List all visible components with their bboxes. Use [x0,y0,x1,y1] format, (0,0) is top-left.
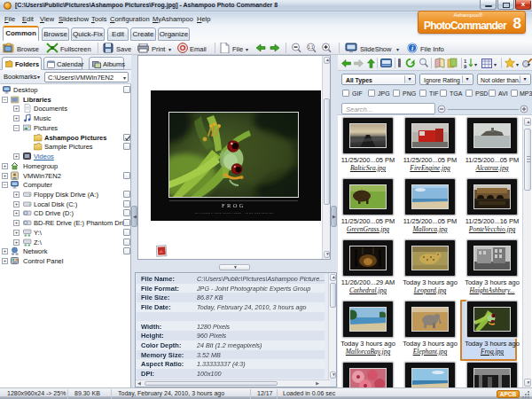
svg-text:9: 9 [464,64,467,69]
svg-text:ASHAMPOO PHOTO COMMANDER · FRO: ASHAMPOO PHOTO COMMANDER · FROG COLLECTI… [194,212,274,215]
svg-text:1:1: 1:1 [308,45,314,50]
svg-text:FROG: FROG [222,202,246,208]
